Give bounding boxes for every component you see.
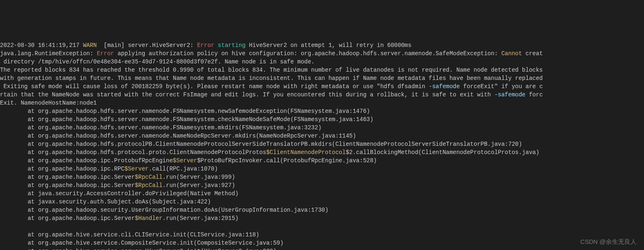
stack-line-pre: at org.apache.hadoop.hdfs.server.namenod…: [0, 116, 373, 123]
exception-msg1: applying authorization policy on hive co…: [114, 50, 501, 57]
stack-line-pre: at org.apache.hadoop.hdfs.server.namenod…: [0, 133, 356, 139]
log-retry-tail: HiveServer2 on attempt 1, will retry in …: [246, 42, 412, 49]
stack-line-inner: $RpcCall: [135, 182, 163, 189]
safemode-option-2: -safemode: [494, 91, 525, 98]
stack-line-post: $ProtoBufRpcInvoker.call(ProtobufRpcEngi…: [197, 157, 377, 164]
exception-error-word: Error: [97, 50, 114, 57]
stack-line-pre: at org.apache.hadoop.hdfs.server.namenod…: [0, 108, 370, 114]
stack-line-pre: at org.apache.hadoop.hdfs.protocolPB.Cli…: [0, 141, 522, 147]
stack-line-pre: at javax.security.auth.Subject.doAs(Subj…: [0, 199, 211, 205]
stack-line-pre: at org.apache.hive.service.cli.CLIServic…: [0, 231, 259, 238]
stack-line-pre: at org.apache.hadoop.security.UserGroupI…: [0, 207, 328, 213]
log-line-rtain-post: forc: [525, 91, 543, 98]
log-level: WARN: [83, 42, 97, 49]
exception-msg1-tail: creat: [522, 50, 543, 57]
stack-line-post: .run(Server.java:2915): [163, 215, 239, 222]
stack-line-inner: $Handler: [135, 215, 163, 222]
exception-class: java.lang.RuntimeException:: [0, 50, 97, 57]
terminal-log: 2022-08-30 16:41:19,217 WARN [main] serv…: [0, 41, 644, 250]
stack-line-pre: at java.security.AccessController.doPriv…: [0, 190, 239, 197]
log-line-gen: with generation stamps in future. This m…: [0, 75, 543, 82]
stack-line-pre: at org.apache.hadoop.ipc.Server: [0, 174, 135, 180]
stack-line-inner: $RpcCall: [135, 174, 163, 180]
cannot-word: Cannot: [501, 50, 522, 57]
log-logger: server.HiveServer2:: [128, 42, 194, 49]
stack-trace: at org.apache.hadoop.hdfs.server.namenod…: [0, 107, 644, 250]
stack-line-pre: at org.apache.hadoop.hdfs.server.namenod…: [0, 124, 321, 131]
stack-line-inner: $Server: [173, 157, 197, 164]
stack-line-post: .run(Server.java:927): [163, 182, 235, 189]
log-timestamp: 2022-08-30 16:41:19,217: [0, 42, 79, 49]
stack-line-inner: $Server: [124, 166, 149, 172]
log-error-word: Error: [197, 42, 214, 49]
log-thread: [main]: [104, 42, 124, 49]
log-line-dir: directory /tmp/hive/offcn/0e48e304-ee35-…: [0, 58, 315, 65]
stack-line-pre: at org.apache.hadoop.ipc.ProtobufRpcEngi…: [0, 157, 173, 164]
log-line-exit-pre: Exiting safe mode will cause loss of 200…: [0, 83, 429, 90]
log-line-rtain-pre: rtain that the NameNode was started with…: [0, 91, 494, 98]
log-line-exit2: Exit. NamenodeHostName:node1: [0, 100, 97, 106]
log-line-blocks: The reported blocks 834 has reached the …: [0, 67, 543, 73]
stack-line-pre: at org.apache.hive.service.server.HiveSe…: [0, 248, 277, 250]
stack-line-pre: at org.apache.hadoop.ipc.Server: [0, 215, 135, 222]
log-starting-word: starting: [218, 42, 245, 49]
stack-line-inner: $ClientNamenodeProtocol: [266, 149, 346, 156]
stack-line-pre: at org.apache.hadoop.ipc.Server: [0, 182, 135, 189]
log-line-exit-post: forceExit" if you are c: [460, 83, 543, 90]
stack-line-pre: at org.apache.hadoop.ipc.RPC: [0, 166, 124, 172]
stack-line-pre: at org.apache.hive.service.CompositeServ…: [0, 240, 284, 246]
stack-line-post: .call(RPC.java:1070): [149, 166, 218, 172]
stack-line-post: .run(Server.java:999): [163, 174, 235, 180]
safemode-option: -safemode: [429, 83, 460, 90]
stack-line-pre: at org.apache.hadoop.hdfs.protocol.proto…: [0, 149, 266, 156]
stack-line-post: $2.callBlockingMethod(ClientNamenodeProt…: [346, 149, 539, 156]
